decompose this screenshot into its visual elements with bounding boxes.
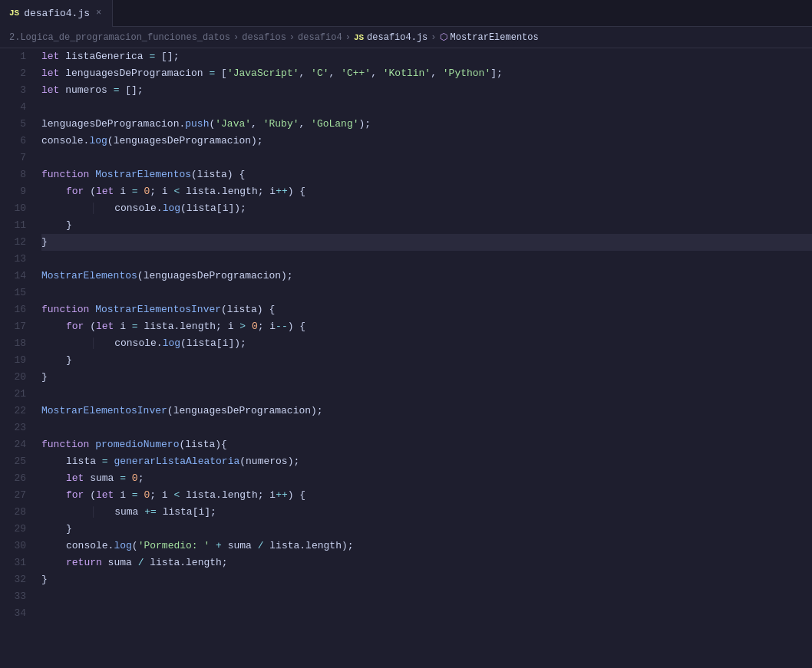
code-line-25: lista = generarListaAleatoria(numeros);	[41, 453, 812, 470]
breadcrumb-sep-1: ›	[233, 32, 239, 43]
breadcrumb-js-icon: JS	[354, 33, 364, 42]
breadcrumb-sep-3: ›	[345, 32, 351, 43]
tab-desafio4[interactable]: JS desafio4.js ×	[0, 0, 113, 27]
js-icon: JS	[9, 8, 19, 18]
code-line-26: let suma = 0;	[41, 470, 812, 487]
line-numbers: 1 2 3 4 5 6 7 8 9 10 11 12 13 14 15 16 1…	[0, 48, 38, 668]
code-line-21	[41, 386, 812, 403]
code-line-30: console.log('Pormedio: ' + suma / lista.…	[41, 538, 812, 554]
code-line-7	[41, 150, 812, 166]
code-line-17: for (let i = lista.length; i > 0; i--) {	[41, 318, 812, 335]
code-content[interactable]: let listaGenerica = []; let lenguagesDeP…	[38, 48, 812, 668]
code-line-14: MostrarElementos(lenguagesDeProgramacion…	[41, 268, 812, 285]
breadcrumb-part-1: 2.Logica_de_programacion_funciones_datos	[9, 32, 230, 43]
code-line-12: }	[41, 234, 812, 251]
code-line-13	[41, 251, 812, 268]
breadcrumb-part-5: MostrarElementos	[451, 32, 539, 43]
code-line-29: }	[41, 521, 812, 538]
tab-close-button[interactable]: ×	[94, 6, 103, 20]
breadcrumb-func-icon: ⬡	[440, 31, 447, 43]
breadcrumb-part-3: desafio4	[298, 32, 342, 43]
breadcrumb-sep-4: ›	[431, 32, 436, 43]
code-line-2: let lenguagesDeProgramacion = ['JavaScri…	[41, 65, 812, 82]
code-line-34	[41, 605, 812, 622]
code-line-33	[41, 588, 812, 605]
code-line-9: for (let i = 0; i < lista.length; i++) {	[41, 183, 812, 200]
breadcrumb-part-4: desafio4.js	[367, 32, 427, 43]
code-line-3: let numeros = [];	[41, 82, 812, 99]
code-line-18: │ console.log(lista[i]);	[41, 335, 812, 352]
code-line-1: let listaGenerica = [];	[41, 48, 812, 65]
code-line-16: function MostrarElementosInver(lista) {	[41, 301, 812, 318]
code-line-19: }	[41, 352, 812, 369]
breadcrumb-part-2: desafios	[242, 32, 286, 43]
code-line-32: }	[41, 571, 812, 588]
code-line-31: return suma / lista.length;	[41, 554, 812, 571]
code-line-15	[41, 285, 812, 301]
code-line-10: │ console.log(lista[i]);	[41, 200, 812, 217]
tab-filename: desafio4.js	[24, 8, 90, 19]
code-line-8: function MostrarElementos(lista) {	[41, 166, 812, 183]
code-line-5: lenguagesDeProgramacion.push('Java', 'Ru…	[41, 116, 812, 133]
tab-bar: JS desafio4.js ×	[0, 0, 812, 27]
code-line-28: │ suma += lista[i];	[41, 504, 812, 521]
code-line-24: function promedioNumero(lista){	[41, 436, 812, 453]
code-line-20: }	[41, 369, 812, 386]
code-line-23	[41, 420, 812, 436]
code-line-27: for (let i = 0; i < lista.length; i++) {	[41, 487, 812, 504]
editor-area[interactable]: 1 2 3 4 5 6 7 8 9 10 11 12 13 14 15 16 1…	[0, 48, 812, 668]
code-line-6: console.log(lenguagesDeProgramacion);	[41, 133, 812, 150]
code-line-4	[41, 99, 812, 116]
code-line-22: MostrarElementosInver(lenguagesDeProgram…	[41, 403, 812, 420]
code-line-11: }	[41, 217, 812, 234]
breadcrumb-sep-2: ›	[289, 32, 295, 43]
breadcrumb: 2.Logica_de_programacion_funciones_datos…	[0, 27, 812, 48]
